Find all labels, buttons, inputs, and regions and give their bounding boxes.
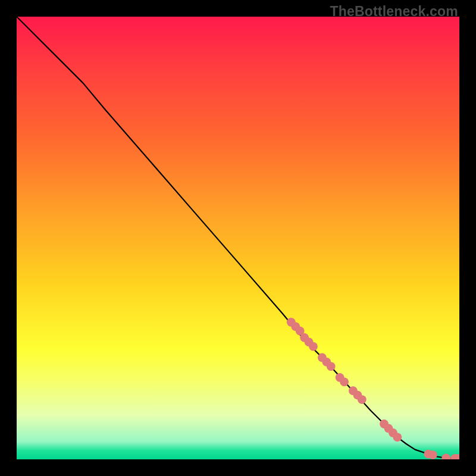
data-point	[450, 454, 459, 459]
data-point	[358, 395, 367, 404]
curve-line	[17, 17, 459, 459]
data-point	[296, 327, 305, 336]
data-point	[393, 433, 402, 441]
chart-frame: TheBottleneck.com	[0, 0, 476, 476]
data-point	[340, 377, 349, 386]
chart-svg	[17, 17, 459, 459]
data-point	[349, 386, 358, 395]
watermark-text: TheBottleneck.com	[330, 4, 458, 20]
markers-group	[287, 318, 459, 459]
data-point	[428, 450, 437, 459]
plot-area	[17, 17, 459, 459]
data-point	[287, 318, 296, 327]
data-point	[353, 391, 362, 400]
data-point	[327, 362, 336, 371]
data-point	[424, 450, 433, 459]
data-point	[384, 424, 393, 433]
data-point	[322, 358, 331, 367]
data-point	[300, 333, 309, 342]
data-point	[291, 322, 300, 331]
data-point	[441, 453, 450, 459]
data-point	[380, 419, 389, 428]
data-point	[389, 428, 397, 437]
data-point	[309, 342, 318, 351]
data-point	[305, 337, 314, 346]
data-point	[336, 373, 345, 382]
data-point	[318, 353, 327, 362]
data-point	[455, 454, 459, 459]
